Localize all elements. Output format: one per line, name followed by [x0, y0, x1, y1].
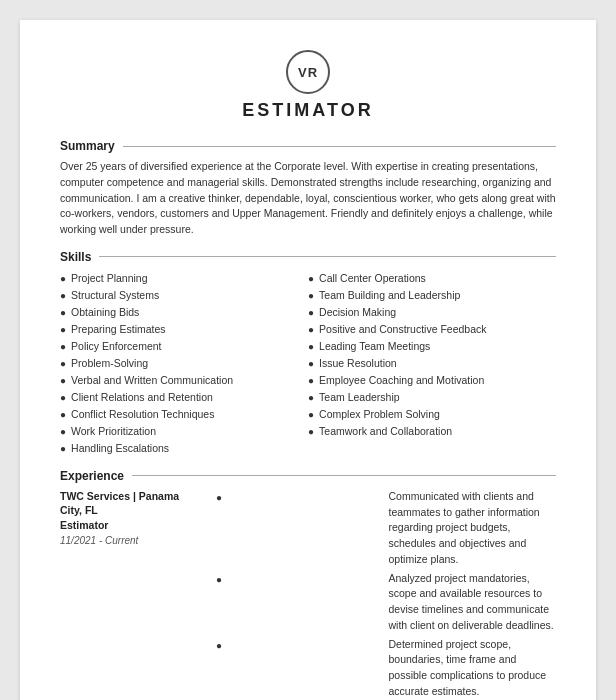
job-right: ●Communicated with clients and teammates…: [216, 489, 556, 700]
bullet-icon: ●: [60, 372, 66, 389]
exp-bullet-item: ●Communicated with clients and teammates…: [216, 489, 556, 568]
skill-item: ●Structural Systems: [60, 287, 308, 304]
skill-text: Policy Enforcement: [71, 338, 161, 355]
skill-item: ●Problem-Solving: [60, 355, 308, 372]
skills-section: Skills ●Project Planning●Structural Syst…: [60, 250, 556, 457]
bullet-icon: ●: [216, 637, 384, 654]
skill-item: ●Leading Team Meetings: [308, 338, 556, 355]
experience-divider: [132, 475, 556, 476]
bullet-icon: ●: [216, 571, 384, 588]
experience-section: Experience TWC Services | Panama City, F…: [60, 469, 556, 700]
bullet-icon: ●: [60, 440, 66, 457]
skill-item: ●Decision Making: [308, 304, 556, 321]
skills-divider: [99, 256, 556, 257]
skill-text: Decision Making: [319, 304, 396, 321]
skill-item: ●Preparing Estimates: [60, 321, 308, 338]
skill-item: ●Positive and Constructive Feedback: [308, 321, 556, 338]
skill-text: Conflict Resolution Techniques: [71, 406, 214, 423]
bullet-icon: ●: [60, 270, 66, 287]
skill-item: ●Team Leadership: [308, 389, 556, 406]
job-company: TWC Services | Panama City, FL: [60, 489, 200, 518]
bullet-icon: ●: [60, 389, 66, 406]
bullet-icon: ●: [308, 321, 314, 338]
bullet-icon: ●: [308, 338, 314, 355]
job-date: 11/2021 - Current: [60, 533, 200, 549]
experience-header: Experience: [60, 469, 556, 483]
skill-item: ●Project Planning: [60, 270, 308, 287]
skill-text: Preparing Estimates: [71, 321, 166, 338]
skill-text: Structural Systems: [71, 287, 159, 304]
skill-text: Positive and Constructive Feedback: [319, 321, 487, 338]
summary-section: Summary Over 25 years of diversified exp…: [60, 139, 556, 238]
skill-item: ●Call Center Operations: [308, 270, 556, 287]
skill-item: ●Handling Escalations: [60, 440, 308, 457]
summary-label: Summary: [60, 139, 115, 153]
bullet-text: Communicated with clients and teammates …: [389, 489, 557, 568]
bullet-icon: ●: [216, 489, 384, 506]
skills-left-col: ●Project Planning●Structural Systems●Obt…: [60, 270, 308, 457]
bullet-icon: ●: [60, 338, 66, 355]
skill-text: Handling Escalations: [71, 440, 169, 457]
skills-label: Skills: [60, 250, 91, 264]
skill-item: ●Employee Coaching and Motivation: [308, 372, 556, 389]
bullet-icon: ●: [60, 304, 66, 321]
skills-header: Skills: [60, 250, 556, 264]
skill-text: Work Prioritization: [71, 423, 156, 440]
avatar: VR: [286, 50, 330, 94]
bullet-icon: ●: [60, 423, 66, 440]
bullet-icon: ●: [308, 389, 314, 406]
bullet-icon: ●: [308, 287, 314, 304]
job-title: Estimator: [60, 518, 200, 533]
bullet-icon: ●: [308, 304, 314, 321]
skill-text: Employee Coaching and Motivation: [319, 372, 484, 389]
skill-item: ●Complex Problem Solving: [308, 406, 556, 423]
resume-page: VR ESTIMATOR Summary Over 25 years of di…: [20, 20, 596, 700]
skill-text: Call Center Operations: [319, 270, 426, 287]
bullet-icon: ●: [308, 355, 314, 372]
bullet-icon: ●: [308, 423, 314, 440]
bullet-text: Analyzed project mandatories, scope and …: [389, 571, 557, 634]
skill-text: Verbal and Written Communication: [71, 372, 233, 389]
bullet-icon: ●: [308, 372, 314, 389]
experience-label: Experience: [60, 469, 124, 483]
bullet-icon: ●: [60, 355, 66, 372]
summary-divider: [123, 146, 556, 147]
bullet-icon: ●: [60, 406, 66, 423]
skill-text: Project Planning: [71, 270, 147, 287]
skill-item: ●Verbal and Written Communication: [60, 372, 308, 389]
header: VR ESTIMATOR: [60, 50, 556, 123]
skill-text: Problem-Solving: [71, 355, 148, 372]
skill-text: Teamwork and Collaboration: [319, 423, 452, 440]
skill-text: Team Leadership: [319, 389, 400, 406]
bullet-icon: ●: [60, 321, 66, 338]
skill-item: ●Obtaining Bids: [60, 304, 308, 321]
skill-text: Client Relations and Retention: [71, 389, 213, 406]
bullet-icon: ●: [308, 406, 314, 423]
skill-item: ●Team Building and Leadership: [308, 287, 556, 304]
skill-item: ●Conflict Resolution Techniques: [60, 406, 308, 423]
bullet-text: Determined project scope, boundaries, ti…: [389, 637, 557, 700]
skill-text: Team Building and Leadership: [319, 287, 460, 304]
skills-grid: ●Project Planning●Structural Systems●Obt…: [60, 270, 556, 457]
job-entry: TWC Services | Panama City, FL Estimator…: [60, 489, 556, 700]
skill-item: ●Teamwork and Collaboration: [308, 423, 556, 440]
exp-bullet-item: ●Analyzed project mandatories, scope and…: [216, 571, 556, 634]
skill-item: ●Work Prioritization: [60, 423, 308, 440]
skills-right-col: ●Call Center Operations●Team Building an…: [308, 270, 556, 457]
job-left: TWC Services | Panama City, FL Estimator…: [60, 489, 200, 700]
initials: VR: [298, 65, 318, 80]
skill-text: Issue Resolution: [319, 355, 397, 372]
skill-item: ●Policy Enforcement: [60, 338, 308, 355]
skill-item: ●Client Relations and Retention: [60, 389, 308, 406]
bullet-icon: ●: [60, 287, 66, 304]
bullet-icon: ●: [308, 270, 314, 287]
skill-item: ●Issue Resolution: [308, 355, 556, 372]
skill-text: Obtaining Bids: [71, 304, 139, 321]
exp-bullet-item: ●Determined project scope, boundaries, t…: [216, 637, 556, 700]
skill-text: Leading Team Meetings: [319, 338, 430, 355]
skill-text: Complex Problem Solving: [319, 406, 440, 423]
resume-title: ESTIMATOR: [242, 100, 373, 121]
summary-text: Over 25 years of diversified experience …: [60, 159, 556, 238]
summary-header: Summary: [60, 139, 556, 153]
